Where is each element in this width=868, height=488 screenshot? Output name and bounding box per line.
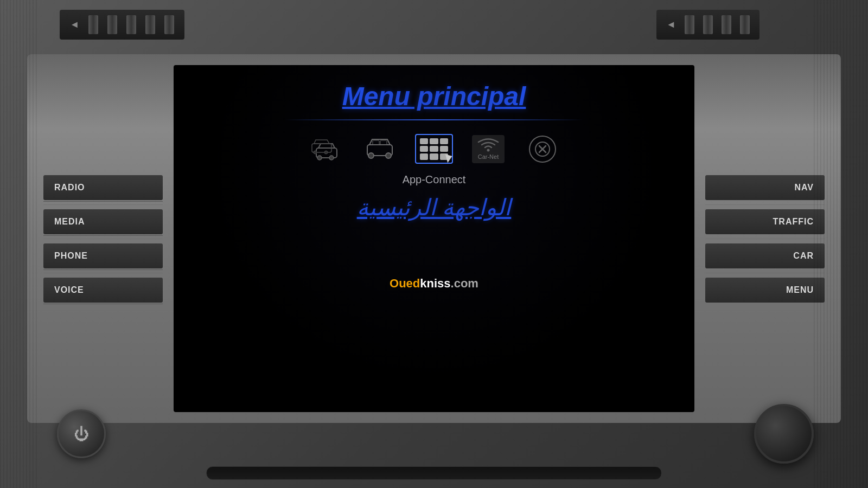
menu-icons-row: Car-Net [307,134,561,164]
vent-fin [740,15,750,34]
vent-fin [164,15,174,34]
phone-button[interactable]: PHONE [43,243,163,268]
vent-fin [126,15,136,34]
double-car-icon-box [307,134,344,164]
infotainment-frame: RADIO MEDIA PHONE VOICE Menu principal O… [27,54,841,423]
svg-marker-1 [318,144,335,148]
menu-button[interactable]: MENU [705,278,825,303]
menu-icon-services[interactable] [524,134,561,164]
single-car-icon-box [361,134,399,164]
menu-icon-carnet[interactable]: Car-Net [469,134,507,164]
nav-button[interactable]: NAV [705,175,825,200]
watermark-kniss: kniss [420,277,450,290]
carnet-box: Car-Net [472,135,505,163]
svg-rect-13 [380,140,387,145]
volume-knob[interactable] [754,404,814,464]
vent-fin [703,15,713,34]
media-button[interactable]: MEDIA [43,209,163,234]
vent-fin [145,15,155,34]
radio-button[interactable]: RADIO [43,175,163,200]
right-button-group: NAV TRAFFIC CAR MENU [705,175,825,303]
voice-button[interactable]: VOICE [43,278,163,303]
vent-arrow-left: ◄ [70,19,80,30]
car-unit: ◄ ◄ RADIO MEDIA PHONE VOICE Menu princip… [0,0,868,488]
wifi-signal-icon [477,138,499,153]
car-button[interactable]: CAR [705,243,825,268]
screen-arabic-subtitle: الواجهة الرئيسية [357,194,512,221]
menu-icon-double-car[interactable] [307,134,344,164]
watermark: Ouedkniss.com [390,277,478,291]
services-icon-box [524,134,561,164]
vent-top-right: ◄ [656,10,760,40]
double-car-icon [309,136,342,162]
cursor-arrow-icon [443,154,452,163]
vent-arrow-right: ◄ [666,19,676,30]
vent-fin [685,15,694,34]
appconnect-label: App-Connect [403,174,466,186]
texture-left [0,0,38,488]
svg-point-10 [368,153,374,158]
vent-fin [88,15,98,34]
screen-title: Menu principal [342,81,526,111]
vent-fin [107,15,117,34]
power-knob[interactable]: ⏻ [57,409,106,458]
svg-rect-12 [373,140,379,145]
appconnect-icon-box [415,134,453,164]
infotainment-screen[interactable]: Menu principal Ouedkniss.com [174,65,694,412]
watermark-com: .com [451,277,478,290]
services-icon [534,141,551,157]
svg-point-7 [324,151,328,154]
menu-icon-single-car[interactable] [361,134,399,164]
svg-point-6 [314,151,317,154]
watermark-oued: Oued [390,277,420,290]
single-car-icon [363,136,397,162]
texture-right [814,0,868,488]
carnet-icon-box: Car-Net [469,134,507,164]
vent-fin [722,15,731,34]
traffic-button[interactable]: TRAFFIC [705,209,825,234]
services-circle-icon [529,136,556,163]
vent-top-left: ◄ [60,10,184,40]
appconnect-grid [420,138,448,160]
screen-divider [284,119,584,120]
menu-icon-appconnect[interactable] [415,134,453,164]
power-icon: ⏻ [74,425,89,443]
svg-point-2 [317,156,322,160]
svg-point-3 [329,156,334,160]
left-button-group: RADIO MEDIA PHONE VOICE [43,175,163,303]
carnet-label: Car-Net [478,153,499,160]
cd-slot [206,466,662,480]
svg-point-14 [487,149,490,151]
svg-marker-5 [314,140,329,144]
svg-point-11 [386,153,391,158]
